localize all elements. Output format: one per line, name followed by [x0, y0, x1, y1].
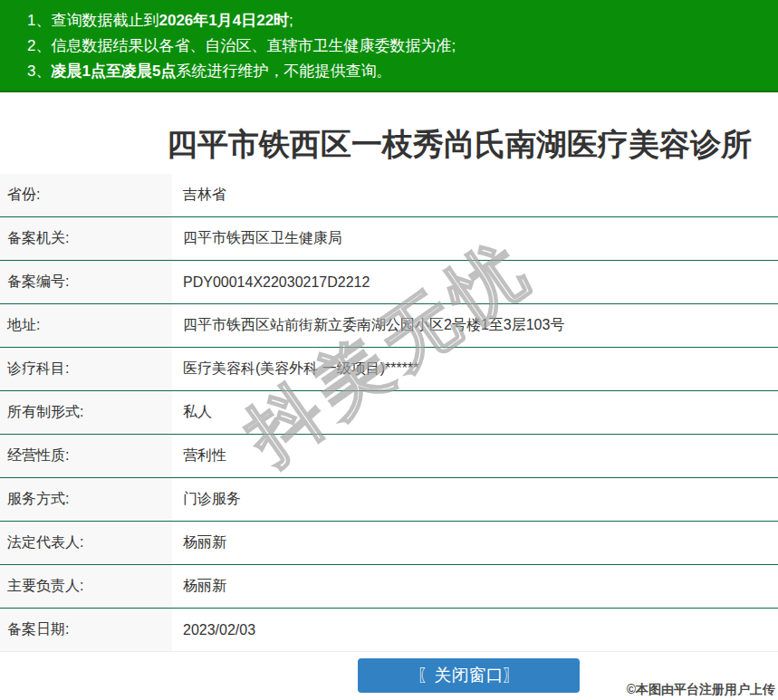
- field-value: 四平市铁西区站前街新立委南湖公园小区2号楼1至3层103号: [172, 304, 778, 347]
- notice-item-2: 2、信息数据结果以各省、自治区、直辖市卫生健康委数据为准;: [27, 34, 769, 59]
- field-value: PDY00014X22030217D2212: [172, 261, 778, 303]
- close-window-button[interactable]: 〖关闭窗口〗: [358, 658, 580, 693]
- notice-item-3: 3、凌晨1点至凌晨5点系统进行维护，不能提供查询。: [27, 59, 769, 84]
- table-row-legal-representative: 法定代表人: 杨丽新: [0, 522, 778, 565]
- registration-info-table: 省份: 吉林省 备案机关: 四平市铁西区卫生健康局 备案编号: PDY00014…: [0, 174, 778, 652]
- field-value: 四平市铁西区卫生健康局: [172, 217, 778, 260]
- field-label: 法定代表人:: [0, 522, 172, 564]
- table-row-treatment-subjects: 诊疗科目: 医疗美容科(美容外科 一级项目)******: [0, 348, 778, 391]
- table-row-business-nature: 经营性质: 营利性: [0, 435, 778, 478]
- table-row-province: 省份: 吉林省: [0, 174, 778, 217]
- credit-watermark: ©本图由平台注册用户上传: [627, 682, 775, 698]
- notice-banner: 1、查询数据截止到2026年1月4日22时; 2、信息数据结果以各省、自治区、直…: [0, 0, 778, 92]
- field-value: 营利性: [172, 435, 778, 477]
- field-label: 省份:: [0, 174, 172, 216]
- field-label: 备案日期:: [0, 609, 172, 651]
- notice-text: 1、查询数据截止到: [27, 12, 158, 29]
- notice-bold-text: 凌晨1点至凌晨5点: [51, 62, 176, 80]
- field-label: 诊疗科目:: [0, 348, 172, 390]
- field-label: 备案编号:: [0, 261, 172, 303]
- table-row-filing-number: 备案编号: PDY00014X22030217D2212: [0, 261, 778, 304]
- notice-bold-text: 2026年1月4日22时: [158, 12, 289, 29]
- field-value: 吉林省: [172, 174, 778, 216]
- table-row-filing-authority: 备案机关: 四平市铁西区卫生健康局: [0, 217, 778, 261]
- notice-text: ;: [289, 12, 293, 29]
- table-row-ownership-form: 所有制形式: 私人: [0, 391, 778, 435]
- notice-text: 系统进行维护，不能提供查询。: [176, 62, 391, 80]
- field-value: 2023/02/03: [172, 609, 778, 651]
- notice-text: 2、信息数据结果以各省、自治区、直辖市卫生健康委数据为准;: [27, 37, 456, 54]
- field-label: 服务方式:: [0, 478, 172, 521]
- notice-text: 3、: [27, 62, 51, 80]
- page-title: 四平市铁西区一枝秀尚氏南湖医疗美容诊所: [0, 92, 778, 174]
- field-label: 所有制形式:: [0, 391, 172, 434]
- table-row-address: 地址: 四平市铁西区站前街新立委南湖公园小区2号楼1至3层103号: [0, 304, 778, 348]
- field-value: 门诊服务: [172, 478, 778, 521]
- field-label: 备案机关:: [0, 217, 172, 260]
- table-row-filing-date: 备案日期: 2023/02/03: [0, 609, 778, 652]
- notice-item-1: 1、查询数据截止到2026年1月4日22时;: [27, 8, 769, 34]
- field-label: 主要负责人:: [0, 565, 172, 608]
- field-label: 经营性质:: [0, 435, 172, 477]
- field-label: 地址:: [0, 304, 172, 347]
- field-value: 杨丽新: [172, 522, 778, 564]
- field-value: 杨丽新: [172, 565, 778, 608]
- field-value: 医疗美容科(美容外科 一级项目)******: [172, 348, 778, 390]
- table-row-service-mode: 服务方式: 门诊服务: [0, 478, 778, 522]
- table-row-main-person-in-charge: 主要负责人: 杨丽新: [0, 565, 778, 609]
- field-value: 私人: [172, 391, 778, 434]
